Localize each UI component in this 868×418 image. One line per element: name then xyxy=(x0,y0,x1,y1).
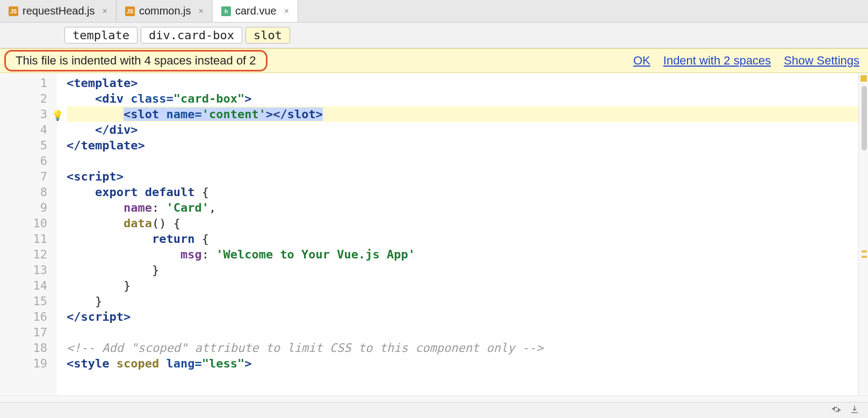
line-number: 17 xyxy=(0,325,47,340)
gear-icon[interactable] xyxy=(831,405,841,416)
line-number: 6 xyxy=(0,153,47,169)
line-number: 11 xyxy=(0,231,47,247)
download-icon[interactable] xyxy=(850,405,859,416)
tab-requestHead[interactable]: JS requestHead.js × xyxy=(0,0,117,22)
breadcrumb-item[interactable]: template xyxy=(64,27,138,44)
code-line[interactable]: <script> xyxy=(67,169,858,184)
code-content[interactable]: <template> <div class="card-box"> 💡<slot… xyxy=(57,73,858,395)
line-number: 8 xyxy=(0,184,47,200)
line-number-gutter: 12345678910111213141516171819 xyxy=(0,73,57,395)
code-line[interactable] xyxy=(67,153,858,169)
code-line[interactable]: msg: 'Welcome to Your Vue.js App' xyxy=(67,247,858,262)
line-number: 15 xyxy=(0,293,47,309)
vue-file-icon: h xyxy=(221,6,231,16)
notification-message: This file is indented with 4 spaces inst… xyxy=(4,50,267,71)
close-icon[interactable]: × xyxy=(103,6,107,16)
breadcrumb-item[interactable]: slot xyxy=(245,27,290,44)
code-line[interactable]: name: 'Card', xyxy=(67,200,858,215)
line-number: 19 xyxy=(0,356,47,371)
line-number: 5 xyxy=(0,138,47,153)
tab-label: card.vue xyxy=(235,5,277,17)
svg-text:JS: JS xyxy=(127,9,134,15)
code-line[interactable]: } xyxy=(67,262,858,278)
js-file-icon: JS xyxy=(9,6,18,16)
code-line[interactable]: </script> xyxy=(67,309,858,325)
warning-marker[interactable] xyxy=(862,256,867,258)
line-number: 14 xyxy=(0,278,47,293)
notification-action-indent[interactable]: Indent with 2 spaces xyxy=(663,54,771,68)
tab-label: common.js xyxy=(139,5,191,17)
code-line[interactable]: } xyxy=(67,278,858,293)
close-icon[interactable]: × xyxy=(199,6,204,16)
code-line[interactable]: 💡<slot name='content'></slot> xyxy=(67,106,858,122)
code-line[interactable]: </div> xyxy=(67,122,858,138)
notification-action-settings[interactable]: Show Settings xyxy=(784,54,859,68)
line-number: 3 xyxy=(0,106,47,122)
code-line[interactable]: <template> xyxy=(67,75,858,91)
line-number: 9 xyxy=(0,200,47,215)
svg-text:JS: JS xyxy=(10,9,17,15)
code-line[interactable]: export default { xyxy=(67,184,858,200)
line-number: 10 xyxy=(0,215,47,231)
tab-card-vue[interactable]: h card.vue × xyxy=(213,0,298,22)
js-file-icon: JS xyxy=(125,6,135,16)
horizontal-scrollbar[interactable] xyxy=(0,395,868,402)
tab-common[interactable]: JS common.js × xyxy=(117,0,213,22)
line-number: 4 xyxy=(0,122,47,138)
line-number: 1 xyxy=(0,75,47,91)
vertical-scrollbar-thumb[interactable] xyxy=(862,86,867,150)
intention-bulb-icon[interactable]: 💡 xyxy=(52,107,63,123)
svg-text:h: h xyxy=(225,9,228,15)
notification-action-ok[interactable]: OK xyxy=(633,54,650,68)
warning-marker[interactable] xyxy=(862,250,867,253)
code-line[interactable]: <style scoped lang="less"> xyxy=(67,356,858,371)
code-line[interactable]: return { xyxy=(67,231,858,247)
line-number: 7 xyxy=(0,169,47,184)
analysis-status-marker[interactable] xyxy=(860,75,867,82)
code-line[interactable]: data() { xyxy=(67,215,858,231)
code-line[interactable]: <!-- Add "scoped" attribute to limit CSS… xyxy=(67,340,858,356)
line-number: 18 xyxy=(0,340,47,356)
code-editor[interactable]: 12345678910111213141516171819 <template>… xyxy=(0,73,868,395)
code-line[interactable]: <div class="card-box"> xyxy=(67,91,858,106)
line-number: 2 xyxy=(0,91,47,106)
breadcrumb-bar: template div.card-box slot xyxy=(0,23,868,48)
code-line[interactable]: } xyxy=(67,293,858,309)
line-number: 13 xyxy=(0,262,47,278)
line-number: 16 xyxy=(0,309,47,325)
breadcrumb-item[interactable]: div.card-box xyxy=(141,27,242,44)
status-bar xyxy=(0,402,868,418)
tab-label: requestHead.js xyxy=(23,5,95,17)
editor-notification-bar: This file is indented with 4 spaces inst… xyxy=(0,48,868,73)
close-icon[interactable]: × xyxy=(284,6,289,16)
code-line[interactable] xyxy=(67,325,858,340)
code-line[interactable]: </template> xyxy=(67,138,858,153)
line-number: 12 xyxy=(0,247,47,262)
editor-tabs-bar: JS requestHead.js × JS common.js × h car… xyxy=(0,0,868,23)
editor-marker-strip[interactable] xyxy=(858,73,868,395)
